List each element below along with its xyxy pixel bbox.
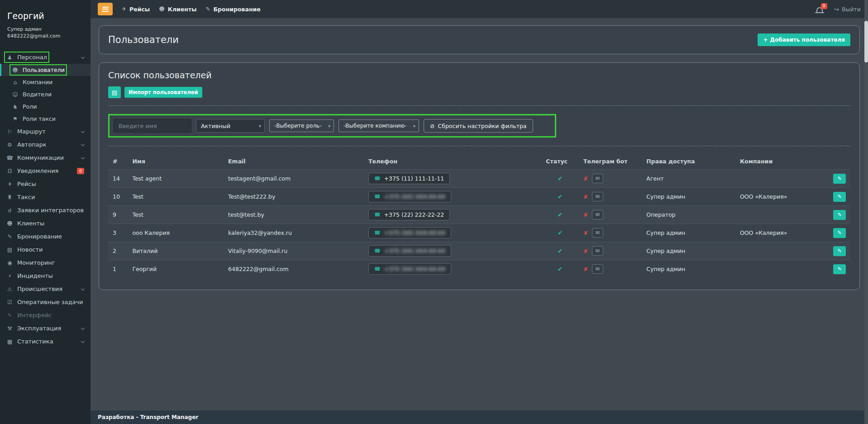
- edit-user-button[interactable]: ✎: [833, 210, 846, 220]
- telegram-invite-button[interactable]: ✉: [592, 192, 603, 201]
- telegram-invite-button[interactable]: ✉: [592, 210, 603, 219]
- envelope-icon: ✉: [596, 266, 600, 272]
- cell-actions: ✎: [824, 188, 850, 206]
- dashed-divider: [108, 105, 850, 106]
- sidebar-item-label: Мониторинг: [17, 259, 55, 266]
- sidebar-item-communications[interactable]: ☎Коммуникации: [0, 151, 91, 164]
- sidebar-toggle-button[interactable]: [98, 3, 113, 15]
- status-filter-select[interactable]: Активный: [196, 119, 265, 133]
- sidebar-item-accidents[interactable]: ⚠Происшествия: [0, 282, 91, 295]
- sidebar-item-integrator-requests[interactable]: ☌Заявки интеграторов: [0, 204, 91, 217]
- chevron-down-icon: [81, 129, 85, 133]
- sidebar-item-personal[interactable]: ♟Персонал: [0, 51, 91, 64]
- clients-icon: ☻: [6, 220, 13, 227]
- sidebar-item-roles[interactable]: ♞Роли: [0, 100, 91, 113]
- nav-link-booking[interactable]: ✎Бронирование: [206, 6, 261, 13]
- export-file-button[interactable]: ▤: [108, 86, 121, 98]
- logout-button[interactable]: ↪ Выйти: [835, 6, 861, 13]
- telegram-invite-button[interactable]: ✉: [592, 264, 603, 274]
- telegram-invite-button[interactable]: ✉: [592, 228, 603, 238]
- telegram-invite-button[interactable]: ✉: [592, 246, 603, 256]
- cell-telegram: ✘✉: [579, 242, 642, 260]
- edit-user-button[interactable]: ✎: [833, 228, 846, 238]
- trips-icon: ✈: [6, 181, 13, 187]
- sidebar-item-booking[interactable]: ✎Бронирование: [0, 230, 91, 243]
- telegram-invite-button[interactable]: ✉: [592, 174, 603, 183]
- sidebar-item-companies[interactable]: ⌂Компании: [0, 76, 91, 88]
- scrollbar[interactable]: [864, 0, 868, 424]
- reset-filters-button[interactable]: ⊘ Сбросить настройки фильтра: [424, 119, 533, 133]
- cell-actions: ✎: [824, 242, 850, 260]
- tasks-icon: ☑: [6, 299, 13, 305]
- sidebar-item-label: Инциденты: [17, 272, 53, 279]
- footer: Разработка - Transport Manager: [91, 410, 868, 424]
- phone-link[interactable]: ☎+375 (XX) XXX-XX-XX: [368, 227, 451, 238]
- item-main: ⚡Инциденты: [6, 272, 53, 279]
- name-filter-input[interactable]: [114, 119, 191, 133]
- item-main: ⌂Компании: [12, 79, 52, 86]
- sidebar-item-interface[interactable]: ✎Интерфейс: [0, 309, 91, 322]
- sidebar-item-users[interactable]: ☻Пользователи: [0, 64, 91, 76]
- cell-email: test@test.by: [224, 206, 364, 224]
- cell-access: Супер админ: [642, 188, 735, 206]
- sidebar-item-notifications[interactable]: ΩУведомления 0: [0, 164, 91, 177]
- sidebar-item-clients[interactable]: ☻Клиенты: [0, 217, 91, 230]
- sidebar-item-news[interactable]: ▤Новости: [0, 243, 91, 256]
- sidebar-item-label: Маршрут: [17, 128, 46, 135]
- edit-user-button[interactable]: ✎: [833, 174, 846, 184]
- table-row: 1 Георгий 6482222@gmail.com ☎+375 (XX) X…: [108, 260, 850, 278]
- sidebar-item-label: Новости: [17, 246, 43, 253]
- sidebar-item-incidents[interactable]: ⚡Инциденты: [0, 269, 91, 282]
- phone-link[interactable]: ☎+375 (XX) XXX-XX-XX: [368, 191, 451, 202]
- edit-user-button[interactable]: ✎: [833, 264, 846, 274]
- sidebar-item-statistics[interactable]: ▦Статистика: [0, 335, 91, 348]
- main-column: ✈Рейсы ☻Клиенты ✎Бронирование 0 ↪ Выйти …: [91, 0, 868, 424]
- sidebar-item-label: Рейсы: [17, 181, 36, 187]
- phone-number-redacted: +375 (XX) XXX-XX-XX: [384, 229, 446, 236]
- sidebar-item-route[interactable]: ⚐Маршрут: [0, 125, 91, 138]
- column-header-companies: Компании: [735, 153, 824, 170]
- user-name: Георгий: [7, 11, 83, 21]
- edit-user-button[interactable]: ✎: [833, 246, 846, 256]
- cell-email: testagent@gmail.com: [224, 170, 364, 188]
- cell-company: [735, 170, 824, 188]
- phone-link[interactable]: ☎+375 (XX) XXX-XX-XX: [368, 245, 451, 257]
- phone-link[interactable]: ☎+375 (11) 111-11-11: [368, 173, 450, 184]
- sidebar-item-operational-tasks[interactable]: ☑Оперативные задачи: [0, 295, 91, 309]
- nav-link-clients[interactable]: ☻Клиенты: [159, 6, 196, 13]
- cell-email: kaleriya32@yandex.ru: [224, 224, 364, 242]
- scrollbar-thumb[interactable]: [864, 21, 868, 62]
- column-header-telegram: Телеграм бот: [579, 153, 642, 170]
- sidebar-item-label: Коммуникации: [17, 154, 64, 161]
- company-filter-select[interactable]: -Выберите компанию-: [339, 119, 419, 132]
- phone-icon: ☎: [374, 266, 381, 272]
- item-main: ⚠Происшествия: [6, 286, 62, 292]
- phone-link[interactable]: ☎+375 (XX) XXX-XX-XX: [368, 263, 451, 275]
- sidebar-item-fleet[interactable]: ⚙Автопарк: [0, 138, 91, 151]
- column-header-name: Имя: [128, 153, 224, 170]
- sidebar-item-maintenance[interactable]: ⚒Эксплуатация: [0, 322, 91, 335]
- sidebar-item-taxi-roles[interactable]: ⚑Роли такси: [0, 113, 91, 125]
- item-main: ⚒Эксплуатация: [6, 325, 61, 332]
- sidebar-item-trips[interactable]: ✈Рейсы: [0, 177, 91, 191]
- cell-actions: ✎: [824, 224, 850, 242]
- notifications-button[interactable]: 0: [816, 7, 823, 12]
- import-users-label: Импорт пользователей: [129, 89, 198, 95]
- nav-link-trips[interactable]: ✈Рейсы: [122, 6, 150, 13]
- sidebar-item-drivers[interactable]: ☺Водители: [0, 88, 91, 100]
- sidebar-item-monitoring[interactable]: ◉Мониторинг: [0, 256, 91, 269]
- table-header-row: # Имя Email Телефон Статус Телеграм бот …: [108, 153, 850, 170]
- pencil-icon: ✎: [837, 248, 841, 253]
- add-user-button[interactable]: + Добавить пользователя: [758, 33, 850, 46]
- phone-link[interactable]: ☎+375 (22) 222-22-22: [368, 209, 450, 220]
- edit-user-button[interactable]: ✎: [833, 192, 846, 202]
- item-main: ☌Заявки интеграторов: [6, 207, 84, 214]
- cell-telegram: ✘✉: [579, 224, 642, 242]
- sidebar-item-label: Роли такси: [23, 115, 56, 122]
- sidebar-item-taxi[interactable]: ♜Такси: [0, 191, 91, 204]
- booking-icon: ✎: [206, 6, 210, 12]
- people-icon: ♟: [6, 54, 13, 61]
- import-users-button[interactable]: Импорт пользователей: [124, 87, 202, 98]
- cell-phone: ☎+375 (XX) XXX-XX-XX: [364, 224, 541, 242]
- role-filter-select[interactable]: -Выберите роль-: [269, 119, 334, 132]
